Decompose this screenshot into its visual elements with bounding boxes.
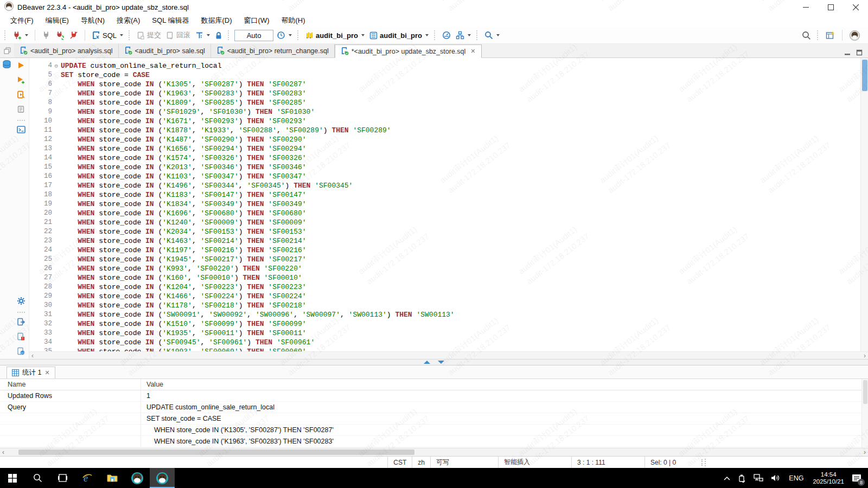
- editor-tab[interactable]: *<audit_bi_pro> update_sbz_store.sql✕: [335, 44, 482, 58]
- editor-results-sash[interactable]: [0, 359, 868, 365]
- menu-item[interactable]: 文件(F): [5, 14, 39, 27]
- sql-editor[interactable]: 4⊖UPDATE custom_online_sale_return_local…: [29, 58, 868, 359]
- line-number: 24: [29, 246, 54, 255]
- transaction-history-button[interactable]: [275, 29, 293, 41]
- dbeaver-taskbar-icon[interactable]: [125, 468, 150, 488]
- volume-tray-icon[interactable]: [767, 468, 784, 488]
- dbeaver-taskbar-icon-active[interactable]: [150, 468, 175, 488]
- execution-plan-button[interactable]: [454, 29, 473, 41]
- disconnect-all-button[interactable]: [68, 29, 80, 41]
- stats-col-value[interactable]: Value: [141, 381, 868, 388]
- restore-panel-icon[interactable]: [0, 44, 14, 57]
- stats-row[interactable]: WHEN store_code IN ('K1963', 'SF00283') …: [0, 436, 868, 447]
- minimize-window-button[interactable]: [793, 0, 818, 14]
- code-line: 12 WHEN store_code IN ('K1487', 'SF00290…: [29, 135, 860, 144]
- execute-script-button[interactable]: [17, 91, 25, 100]
- close-stats-tab-icon[interactable]: ✕: [44, 369, 49, 376]
- connection-selector[interactable]: audit_bi_pro: [304, 30, 366, 41]
- lock-icon[interactable]: [213, 30, 224, 41]
- code-line: 7 WHEN store_code IN ('K1963', 'SF00283'…: [29, 89, 860, 98]
- menu-item[interactable]: 搜索(A): [112, 14, 145, 27]
- stats-col-name[interactable]: Name: [0, 379, 141, 390]
- file-explorer-icon[interactable]: [100, 468, 125, 488]
- sql-file-icon: [20, 47, 28, 55]
- menu-item[interactable]: SQL 编辑器: [147, 14, 194, 27]
- stats-row[interactable]: SET store_code = CASE: [0, 413, 868, 425]
- editor-tab[interactable]: <audit_bi_pro> return_change.sql: [211, 44, 335, 57]
- sql-editor-button[interactable]: SQL: [90, 29, 125, 41]
- editor-tab[interactable]: <audit_bi_pro> analysis.sql: [14, 44, 119, 57]
- database-navigator-icon[interactable]: [2, 60, 11, 70]
- close-window-button[interactable]: [843, 0, 868, 14]
- search-database-button[interactable]: [483, 29, 501, 41]
- open-terminal-icon[interactable]: [17, 126, 25, 135]
- dashboard-button[interactable]: [441, 29, 452, 41]
- network-tray-icon[interactable]: [750, 468, 767, 488]
- editor-horizontal-scrollbar[interactable]: ‹›: [29, 351, 868, 359]
- dbeaver-logo-icon: [4, 2, 14, 12]
- minimize-editor-area-icon[interactable]: [844, 49, 851, 57]
- dbeaver-perspective-avatar[interactable]: [848, 29, 861, 42]
- quick-access-search-icon[interactable]: [800, 29, 813, 42]
- code-line: 10 WHEN store_code IN ('K1671', 'SF00293…: [29, 117, 860, 126]
- disconnect-button[interactable]: [40, 29, 52, 41]
- autocommit-select[interactable]: Auto: [234, 30, 273, 41]
- editor-tab-label: <audit_bi_pro> sale.sql: [135, 47, 205, 55]
- taskbar-clock[interactable]: 14:54 2025/10/21: [808, 471, 848, 485]
- reconnect-button[interactable]: [54, 29, 66, 42]
- menu-bar: 文件(F)编辑(E)导航(N)搜索(A)SQL 编辑器数据库(D)窗口(W)帮助…: [0, 14, 868, 27]
- sql-file-icon: [124, 47, 132, 55]
- maximize-window-button[interactable]: [818, 0, 843, 14]
- close-tab-icon[interactable]: ✕: [470, 48, 475, 55]
- commit-button[interactable]: 提交: [135, 29, 163, 42]
- line-number: 20: [29, 209, 54, 218]
- code-line: 25 WHEN store_code IN ('K1945', 'SF00217…: [29, 255, 860, 264]
- code-area[interactable]: 4⊖UPDATE custom_online_sale_return_local…: [29, 58, 860, 351]
- internet-explorer-icon[interactable]: e: [75, 468, 100, 488]
- stats-tab[interactable]: 统计 1 ✕: [7, 367, 55, 379]
- status-segment: CST: [387, 457, 412, 468]
- line-number: 34: [29, 338, 54, 347]
- results-vertical-scrollbar[interactable]: [861, 379, 868, 448]
- input-language-indicator[interactable]: ENG: [784, 474, 808, 482]
- fold-marker-icon[interactable]: ⊖: [54, 62, 58, 71]
- rollback-button[interactable]: 回滚: [164, 29, 192, 42]
- task-view-button[interactable]: [50, 468, 75, 488]
- connect-button[interactable]: [11, 29, 30, 42]
- maximize-editor-area-icon[interactable]: [856, 49, 863, 57]
- code-line: 26 WHEN store_code IN ('K993', 'SF00220'…: [29, 264, 860, 273]
- settings-gear-icon[interactable]: [17, 297, 25, 307]
- results-panel: 统计 1 ✕ NameValue Updated Rows1QueryUPDAT…: [0, 365, 868, 456]
- start-button[interactable]: [0, 468, 25, 488]
- open-perspective-button[interactable]: [824, 29, 837, 42]
- export-result-icon[interactable]: [17, 318, 25, 328]
- editor-vertical-scrollbar[interactable]: [860, 58, 868, 351]
- menu-item[interactable]: 导航(N): [76, 14, 110, 27]
- query-log-icon[interactable]: (i): [17, 347, 25, 357]
- transaction-log-button[interactable]: [194, 30, 212, 41]
- line-number: 8: [29, 98, 54, 107]
- output-log-icon[interactable]: !: [17, 332, 25, 342]
- minimize-results-handle[interactable]: [438, 361, 444, 364]
- stats-row[interactable]: WHEN store_code IN ('K1305', 'SF00287') …: [0, 425, 868, 436]
- menu-item[interactable]: 帮助(H): [276, 14, 310, 27]
- line-number: 30: [29, 301, 54, 310]
- schema-selector[interactable]: audit_bi_pro: [368, 30, 430, 41]
- stats-row[interactable]: Updated Rows1: [0, 390, 868, 402]
- maximize-results-handle[interactable]: [424, 361, 430, 364]
- taskbar-search-button[interactable]: [25, 468, 50, 488]
- usb-tray-icon[interactable]: [734, 468, 750, 488]
- explain-plan-button[interactable]: [17, 105, 25, 115]
- stats-table[interactable]: NameValue Updated Rows1QueryUPDATE custo…: [0, 378, 868, 448]
- execute-in-new-tab-button[interactable]: [17, 76, 25, 86]
- menu-item[interactable]: 数据库(D): [196, 14, 237, 27]
- menu-item[interactable]: 窗口(W): [239, 14, 275, 27]
- execute-statement-button[interactable]: [17, 61, 25, 71]
- tray-chevron-icon[interactable]: [720, 468, 734, 488]
- results-horizontal-scrollbar[interactable]: ‹›: [0, 448, 868, 456]
- line-number: 5: [29, 70, 54, 80]
- menu-item[interactable]: 编辑(E): [41, 14, 74, 27]
- action-center-button[interactable]: 8: [848, 468, 868, 488]
- editor-tab[interactable]: <audit_bi_pro> sale.sql: [119, 44, 211, 57]
- stats-row[interactable]: QueryUPDATE custom_online_sale_return_lo…: [0, 402, 868, 413]
